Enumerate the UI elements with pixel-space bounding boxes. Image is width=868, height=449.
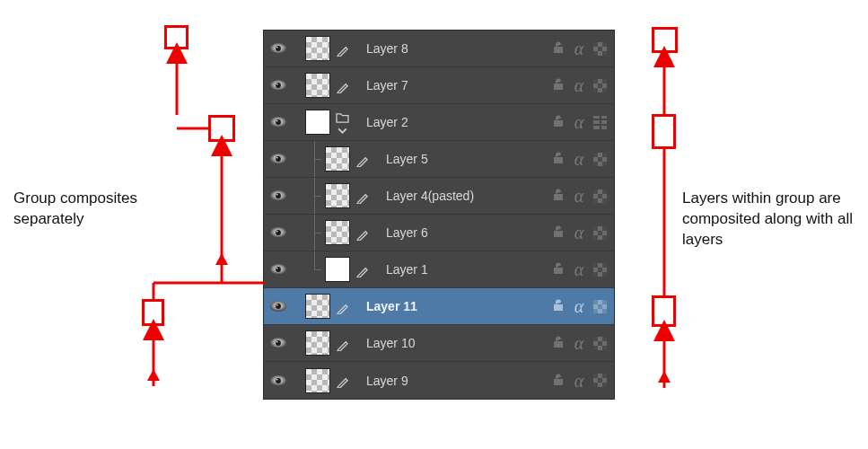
- layer-mode-icon: [330, 299, 354, 314]
- svg-point-8: [276, 120, 278, 122]
- svg-point-19: [276, 267, 281, 272]
- visibility-eye-icon[interactable]: [264, 371, 293, 391]
- layer-row[interactable]: Layer 1α: [264, 251, 614, 288]
- lock-icon[interactable]: [550, 187, 565, 205]
- svg-point-7: [276, 119, 281, 125]
- layer-name[interactable]: Layer 9: [354, 374, 550, 388]
- lock-alpha-icon[interactable]: [593, 337, 607, 350]
- lock-alpha-icon[interactable]: [593, 226, 607, 240]
- svg-point-22: [276, 304, 281, 309]
- layer-row[interactable]: Layer 5α: [264, 141, 614, 178]
- lock-alpha-icon[interactable]: [593, 42, 607, 56]
- lock-alpha-icon[interactable]: [593, 374, 607, 387]
- layer-attribute-icons: α: [550, 260, 614, 278]
- visibility-eye-icon[interactable]: [264, 39, 293, 58]
- layer-mode-icon: [350, 189, 373, 204]
- svg-point-29: [276, 378, 278, 380]
- lock-icon[interactable]: [550, 334, 565, 352]
- svg-point-28: [276, 378, 281, 383]
- layer-thumbnail[interactable]: [305, 110, 330, 135]
- lock-icon[interactable]: [550, 76, 565, 94]
- diagram-box-left-mid: [208, 115, 235, 142]
- lock-icon[interactable]: [550, 113, 565, 131]
- layer-row[interactable]: Layer 4(pasted)α: [264, 178, 614, 215]
- alpha-icon[interactable]: α: [571, 187, 587, 205]
- layer-name[interactable]: Layer 7: [354, 78, 550, 92]
- svg-point-17: [276, 231, 278, 233]
- layer-name[interactable]: Layer 8: [354, 41, 550, 56]
- alpha-icon[interactable]: α: [571, 150, 587, 168]
- lock-icon[interactable]: [550, 297, 565, 315]
- alpha-icon[interactable]: α: [571, 297, 587, 315]
- layer-row[interactable]: Layer 9α: [264, 362, 614, 399]
- layer-mode-icon: [330, 373, 354, 388]
- alpha-icon[interactable]: α: [571, 113, 587, 131]
- layer-attribute-icons: α: [550, 150, 614, 168]
- lock-alpha-icon[interactable]: [593, 263, 607, 277]
- lock-alpha-icon[interactable]: [593, 300, 607, 313]
- layer-thumbnail[interactable]: [305, 368, 330, 393]
- lock-alpha-icon[interactable]: [593, 189, 607, 203]
- alpha-icon[interactable]: α: [571, 40, 587, 57]
- layer-thumbnail[interactable]: [305, 294, 330, 319]
- visibility-eye-icon[interactable]: [264, 296, 293, 316]
- svg-point-13: [276, 193, 281, 198]
- lock-alpha-icon[interactable]: [593, 79, 607, 92]
- svg-point-23: [276, 304, 278, 306]
- layer-row[interactable]: Layer 8α: [264, 31, 614, 67]
- layer-mode-icon: [330, 41, 354, 57]
- layer-thumbnail[interactable]: [305, 73, 330, 98]
- layer-thumbnail[interactable]: [325, 220, 350, 245]
- visibility-eye-icon[interactable]: [264, 149, 293, 169]
- layer-row[interactable]: Layer 10α: [264, 325, 614, 362]
- alpha-icon[interactable]: α: [571, 334, 587, 352]
- layer-name[interactable]: Layer 10: [354, 336, 550, 350]
- visibility-eye-icon[interactable]: [264, 112, 293, 132]
- visibility-eye-icon[interactable]: [264, 186, 293, 206]
- lock-icon[interactable]: [550, 224, 565, 242]
- layer-name[interactable]: Layer 1: [373, 262, 550, 277]
- layer-thumbnail[interactable]: [325, 257, 350, 282]
- visibility-eye-icon[interactable]: [264, 333, 293, 353]
- pass-through-icon[interactable]: [593, 116, 607, 129]
- layer-row[interactable]: Layer 2α: [264, 104, 614, 141]
- layer-attribute-icons: α: [550, 372, 614, 390]
- alpha-icon[interactable]: α: [571, 372, 587, 390]
- lock-alpha-icon[interactable]: [593, 153, 607, 166]
- alpha-icon[interactable]: α: [571, 76, 587, 94]
- tree-indent-icon: [305, 251, 325, 287]
- layer-name[interactable]: Layer 11: [354, 299, 550, 313]
- lock-icon[interactable]: [550, 40, 565, 57]
- layer-thumbnail[interactable]: [325, 183, 350, 208]
- lock-icon[interactable]: [550, 260, 565, 278]
- layer-row[interactable]: Layer 7α: [264, 67, 614, 104]
- layer-name[interactable]: Layer 6: [373, 225, 550, 240]
- right-annotation-text: Layers within group are composited along…: [682, 189, 862, 251]
- layer-name[interactable]: Layer 4(pasted): [373, 189, 550, 203]
- layer-name[interactable]: Layer 5: [373, 152, 550, 166]
- svg-point-11: [276, 157, 278, 159]
- layer-thumbnail[interactable]: [325, 146, 350, 172]
- visibility-eye-icon[interactable]: [264, 223, 293, 242]
- lock-icon[interactable]: [550, 372, 565, 390]
- diagram-box-right-low: [652, 295, 676, 327]
- visibility-eye-icon[interactable]: [264, 260, 293, 279]
- layer-mode-icon: [350, 225, 373, 241]
- diagram-box-right-top: [652, 27, 678, 53]
- layer-thumbnail[interactable]: [305, 36, 330, 61]
- layer-thumbnail[interactable]: [305, 330, 330, 356]
- layer-name[interactable]: Layer 2: [354, 115, 550, 129]
- layer-row[interactable]: Layer 11α: [264, 288, 614, 325]
- visibility-eye-icon[interactable]: [264, 75, 293, 95]
- layer-attribute-icons: α: [550, 224, 614, 242]
- layer-mode-icon: [350, 152, 373, 167]
- svg-point-4: [276, 83, 281, 88]
- layer-mode-icon: [330, 78, 354, 93]
- svg-point-2: [276, 47, 278, 48]
- alpha-icon[interactable]: α: [571, 224, 587, 242]
- svg-point-1: [276, 46, 281, 51]
- layer-row[interactable]: Layer 6α: [264, 215, 614, 251]
- lock-icon[interactable]: [550, 150, 565, 168]
- svg-point-26: [276, 341, 278, 343]
- alpha-icon[interactable]: α: [571, 260, 587, 278]
